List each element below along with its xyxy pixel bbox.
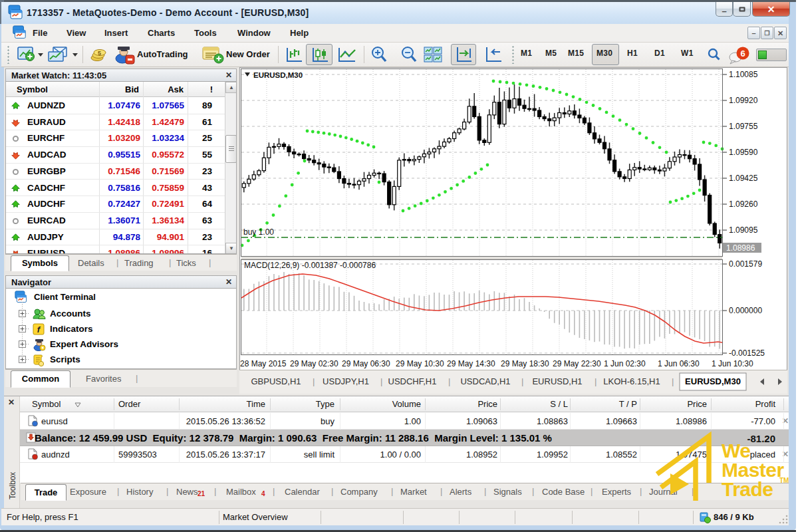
- svg-text:1.09095: 1.09095: [729, 225, 758, 235]
- svg-text:TM: TM: [779, 477, 789, 484]
- svg-text:29 May 22:30: 29 May 22:30: [553, 359, 601, 368]
- svg-text:USDCAD,H1: USDCAD,H1: [460, 376, 510, 386]
- svg-text:1.10085: 1.10085: [729, 70, 758, 79]
- svg-text:|: |: [380, 376, 382, 386]
- svg-text:1 Jun 10:30: 1 Jun 10:30: [712, 359, 753, 368]
- svg-text:29 May 18:30: 29 May 18:30: [501, 359, 549, 368]
- svg-text:1.09755: 1.09755: [729, 122, 758, 131]
- svg-text:EURUSD,H1: EURUSD,H1: [532, 376, 582, 386]
- svg-text:1.09590: 1.09590: [729, 148, 758, 157]
- svg-text:29 May 10:30: 29 May 10:30: [396, 359, 444, 368]
- svg-text:|: |: [448, 376, 450, 386]
- svg-text:6: 6: [740, 49, 745, 59]
- svg-text:1.09260: 1.09260: [729, 200, 758, 209]
- svg-text:28 May 2015: 28 May 2015: [240, 359, 287, 368]
- svg-text:GBPUSD,H1: GBPUSD,H1: [251, 376, 301, 386]
- svg-text:5: 5: [98, 50, 101, 57]
- svg-text:|: |: [672, 376, 674, 386]
- svg-text:|: |: [313, 376, 315, 386]
- svg-text:|: |: [521, 376, 523, 386]
- svg-text:EURUSD,M30: EURUSD,M30: [253, 71, 303, 79]
- svg-text:|: |: [595, 376, 597, 386]
- svg-text:USDCHF,H1: USDCHF,H1: [388, 376, 437, 386]
- svg-text:LKOH-6.15,H1: LKOH-6.15,H1: [603, 376, 660, 386]
- svg-text:1 Jun 06:30: 1 Jun 06:30: [658, 359, 700, 368]
- svg-text:EURUSD,M30: EURUSD,M30: [685, 376, 741, 386]
- svg-text:29 May 02:30: 29 May 02:30: [290, 359, 338, 368]
- svg-text:1.09920: 1.09920: [729, 96, 758, 105]
- svg-text:1 Jun 02:30: 1 Jun 02:30: [604, 359, 646, 368]
- svg-text:1.08986: 1.08986: [726, 243, 755, 253]
- svg-text:USDJPY,H1: USDJPY,H1: [323, 376, 369, 386]
- svg-text:0.000000: 0.000000: [729, 306, 762, 315]
- svg-text:buy 1.00: buy 1.00: [243, 227, 274, 237]
- svg-text:0.001579: 0.001579: [729, 259, 762, 269]
- svg-text:29 May 14:30: 29 May 14:30: [447, 359, 495, 368]
- svg-text:MACD(12,26,9) -0.001387 -0.000: MACD(12,26,9) -0.001387 -0.000786: [244, 261, 376, 270]
- svg-text:29 May 06:30: 29 May 06:30: [342, 359, 390, 368]
- svg-text:1.09425: 1.09425: [729, 174, 758, 183]
- svg-text:Trade: Trade: [722, 478, 773, 500]
- svg-text:-0.001525: -0.001525: [729, 348, 765, 358]
